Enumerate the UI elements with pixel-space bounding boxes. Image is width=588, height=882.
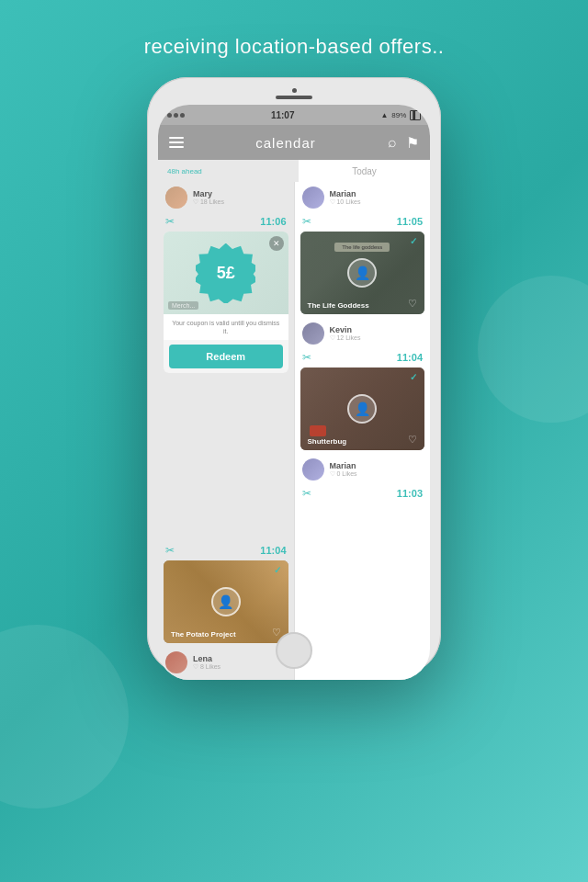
nav-bar: calendar ⌕ ⚑ <box>158 125 430 160</box>
phone-top-hardware <box>158 88 430 99</box>
scissors-icon-r2: ✂ <box>302 351 311 364</box>
time-row-2-left: ✂ 11:04 <box>158 542 294 560</box>
today-label: Today <box>352 166 377 176</box>
user-likes-lena: ♡ 8 Likes <box>193 663 287 671</box>
user-name-lena: Lena <box>193 654 287 663</box>
heart-icon-goddess[interactable]: ♡ <box>408 298 417 310</box>
battery-level: 89% <box>391 111 406 119</box>
user-row-marian: Marian ♡ 10 Likes <box>295 182 431 213</box>
user-info-kevin: Kevin ♡ 12 Likes <box>330 325 424 342</box>
left-column: Mary ♡ 18 Likes ✂ 11:06 <box>158 182 295 680</box>
person-icon-shutterbug: 👤 <box>347 394 377 424</box>
menu-icon[interactable] <box>169 137 184 148</box>
content-area: 48h ahead Today <box>158 160 430 680</box>
person-icon-potato: 👤 <box>211 587 241 616</box>
time-3-right: 11:03 <box>397 488 423 499</box>
avatar-kevin <box>302 322 324 345</box>
avatar-marian2 <box>302 458 324 481</box>
section-header: 48h ahead Today <box>158 160 430 182</box>
scissors-icon-2: ✂ <box>165 544 175 557</box>
person-icon-goddess: 👤 <box>347 258 377 288</box>
card-name-goddess: The Life Goddess <box>308 301 369 310</box>
user-row-marian2: Marian ♡ 0 Likes <box>295 454 431 485</box>
user-name-marian2: Marian <box>330 461 424 470</box>
user-name-marian: Marian <box>330 189 424 198</box>
nav-icons: ⌕ ⚑ <box>388 134 419 152</box>
user-name-mary: Mary <box>193 189 287 198</box>
user-likes-kevin: ♡ 12 Likes <box>330 334 424 342</box>
time-row-2-right: ✂ 11:04 <box>295 349 431 368</box>
columns: Mary ♡ 18 Likes ✂ 11:06 <box>158 182 430 680</box>
signal-dots <box>167 113 185 118</box>
coupon-close-btn[interactable]: ✕ <box>269 236 284 251</box>
nav-title: calendar <box>255 135 316 151</box>
merchant-label: Merch... <box>168 301 198 310</box>
close-icon: ✕ <box>273 239 280 248</box>
time-2-right: 11:04 <box>397 352 423 363</box>
coupon-amount: 5£ <box>217 264 235 283</box>
potato-project-section: ✂ 11:04 👤 ✓ <box>158 542 294 680</box>
spacer-left <box>158 373 294 542</box>
phone-camera <box>292 88 297 93</box>
heart-icon-shutterbug[interactable]: ♡ <box>408 434 417 446</box>
redeem-button[interactable]: Redeem <box>169 345 283 368</box>
user-likes-marian: ♡ 10 Likes <box>330 198 424 206</box>
user-row-kevin: Kevin ♡ 12 Likes <box>295 318 431 349</box>
phone-frame: 11:07 ▲ 89% ▌ calendar <box>147 77 441 674</box>
scissors-icon-r3: ✂ <box>302 487 311 500</box>
avatar-lena <box>165 651 187 673</box>
signal-icon: ▲ <box>380 111 388 119</box>
section-today: Today <box>299 160 430 182</box>
avatar-marian <box>302 187 324 209</box>
coupon-notice: Your coupon is valid untill you dismiss … <box>164 314 288 340</box>
status-right: ▲ 89% ▌ <box>380 110 421 120</box>
coupon-image-area: 5£ ✕ Merch... <box>164 232 288 314</box>
time-1-right: 11:05 <box>397 216 423 227</box>
shutterbug-card[interactable]: 👤 ✓ Shutterbug ♡ <box>300 368 425 450</box>
map-icon[interactable]: ⚑ <box>406 134 419 152</box>
user-likes-mary: ♡ 18 Likes <box>193 198 287 206</box>
phone-speaker <box>276 96 312 99</box>
scissors-icon-1: ✂ <box>165 215 175 228</box>
user-name-kevin: Kevin <box>330 325 424 334</box>
status-time: 11:07 <box>271 110 295 120</box>
coupon-card[interactable]: 5£ ✕ Merch... Your coupon is valid until… <box>164 232 288 373</box>
check-icon-potato: ✓ <box>274 565 281 575</box>
check-icon-shutterbug: ✓ <box>410 372 417 382</box>
screen-content: 11:07 ▲ 89% ▌ calendar <box>158 105 430 680</box>
user-row-lena: Lena ♡ 8 Likes <box>158 647 294 678</box>
dot1 <box>167 113 172 118</box>
avatar-mary <box>165 187 187 209</box>
status-bar: 11:07 ▲ 89% ▌ <box>158 105 430 125</box>
scissors-icon-r1: ✂ <box>302 215 311 228</box>
check-icon-goddess: ✓ <box>410 236 417 246</box>
table-red <box>310 425 326 436</box>
headline: receiving location-based offers.. <box>0 0 588 77</box>
time-row-3-right: ✂ 11:03 <box>295 485 431 503</box>
menu-line-2 <box>169 141 184 143</box>
search-icon[interactable]: ⌕ <box>388 134 397 151</box>
coupon-stamp: 5£ <box>196 243 255 303</box>
menu-line-1 <box>169 137 184 139</box>
menu-line-3 <box>169 146 184 148</box>
section-ahead: 48h ahead <box>158 160 299 182</box>
user-info-lena: Lena ♡ 8 Likes <box>193 654 287 671</box>
user-info-marian2: Marian ♡ 0 Likes <box>330 461 424 478</box>
user-info-marian: Marian ♡ 10 Likes <box>330 189 424 206</box>
dot2 <box>174 113 178 118</box>
user-info-mary: Mary ♡ 18 Likes <box>193 189 287 206</box>
ahead-label: 48h ahead <box>167 167 202 175</box>
user-likes-marian2: ♡ 0 Likes <box>330 470 424 478</box>
home-button[interactable] <box>276 632 312 669</box>
card-name-potato: The Potato Project <box>171 630 236 639</box>
battery-icon: ▌ <box>410 110 421 120</box>
time-row-1-right: ✂ 11:05 <box>295 213 431 232</box>
potato-project-card[interactable]: 👤 ✓ The Potato Project ♡ <box>164 560 288 643</box>
dot3 <box>180 113 185 118</box>
phone-screen: 11:07 ▲ 89% ▌ calendar <box>158 105 430 680</box>
time-2-left: 11:04 <box>260 545 286 556</box>
time-row-1-left: ✂ 11:06 <box>158 213 294 232</box>
life-goddess-card[interactable]: The life goddess 👤 ✓ The Life Goddess ♡ <box>300 232 425 314</box>
heart-icon-potato[interactable]: ♡ <box>272 627 281 639</box>
time-1-left: 11:06 <box>260 216 286 227</box>
